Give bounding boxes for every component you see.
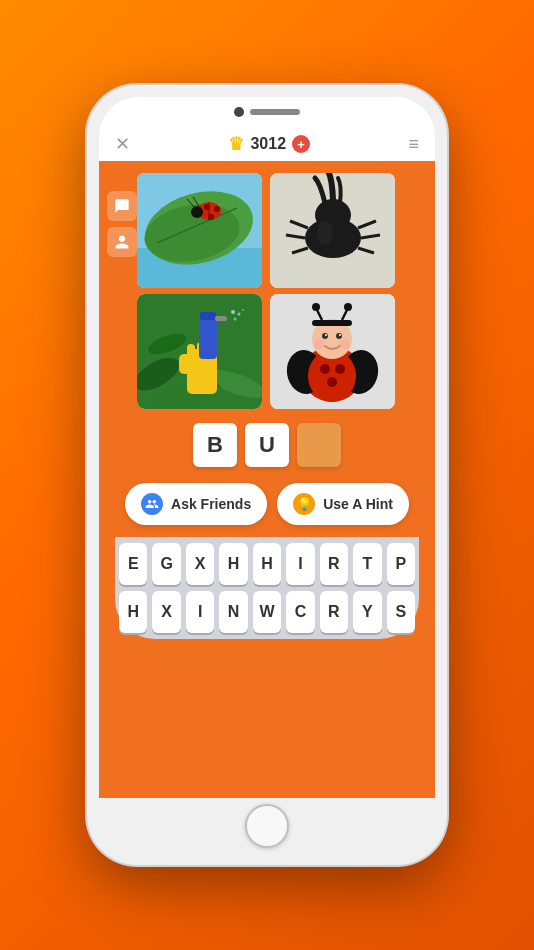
hint-icon: 💡 (293, 493, 315, 515)
svg-point-57 (344, 303, 352, 311)
camera (234, 107, 244, 117)
key-s-1[interactable]: S (387, 591, 415, 633)
phone-top-bar (99, 97, 435, 127)
crown-icon: ♛ (228, 133, 244, 155)
key-c-1[interactable]: C (286, 591, 314, 633)
keyboard: EGXHHIRTP HXINWCRYS (115, 537, 419, 639)
phone-frame: ✕ ♛ 3012 + ≡ (87, 85, 447, 865)
svg-rect-33 (199, 314, 217, 359)
key-r-0[interactable]: R (320, 543, 348, 585)
key-w-1[interactable]: W (253, 591, 281, 633)
key-e-0[interactable]: E (119, 543, 147, 585)
close-button[interactable]: ✕ (115, 133, 130, 155)
user-button[interactable] (107, 227, 137, 257)
svg-point-8 (214, 206, 220, 212)
key-g-0[interactable]: G (152, 543, 180, 585)
use-hint-button[interactable]: 💡 Use A Hint (277, 483, 409, 525)
svg-rect-35 (215, 316, 227, 321)
phone-bottom (99, 798, 435, 853)
image-spray (137, 294, 262, 409)
svg-point-55 (312, 303, 320, 311)
key-y-1[interactable]: Y (353, 591, 381, 633)
score-value: 3012 (250, 135, 286, 153)
key-i-1[interactable]: I (186, 591, 214, 633)
svg-point-50 (336, 333, 342, 339)
ask-friends-label: Ask Friends (171, 496, 251, 512)
key-r-1[interactable]: R (320, 591, 348, 633)
svg-point-52 (339, 334, 341, 336)
score-display: ♛ 3012 + (228, 133, 310, 155)
ask-friends-button[interactable]: Ask Friends (125, 483, 267, 525)
svg-point-6 (191, 206, 203, 218)
answer-letter-3 (297, 423, 341, 467)
keyboard-row-2: HXINWCRYS (119, 591, 415, 633)
keyboard-row-1: EGXHHIRTP (119, 543, 415, 585)
images-grid (137, 173, 397, 409)
key-t-0[interactable]: T (353, 543, 381, 585)
svg-rect-30 (187, 344, 195, 359)
answer-letter-2: U (245, 423, 289, 467)
key-i-0[interactable]: I (286, 543, 314, 585)
svg-point-39 (242, 309, 244, 311)
answer-row: B U (193, 423, 341, 467)
key-x-1[interactable]: X (152, 591, 180, 633)
ask-friends-icon (141, 493, 163, 515)
svg-point-36 (231, 310, 235, 314)
svg-point-49 (322, 333, 328, 339)
key-p-0[interactable]: P (387, 543, 415, 585)
key-h-0[interactable]: H (219, 543, 247, 585)
app-header: ✕ ♛ 3012 + ≡ (99, 127, 435, 161)
action-buttons: Ask Friends 💡 Use A Hint (115, 483, 419, 525)
game-area: B U Ask Friends 💡 (99, 161, 435, 798)
phone-screen: ✕ ♛ 3012 + ≡ (99, 97, 435, 853)
image-ladybug-leaf (137, 173, 262, 288)
answer-letter-1: B (193, 423, 237, 467)
svg-point-45 (320, 364, 330, 374)
svg-point-51 (325, 334, 327, 336)
add-coins-button[interactable]: + (292, 135, 310, 153)
key-h-1[interactable]: H (119, 591, 147, 633)
image-baby-costume (270, 294, 395, 409)
use-hint-label: Use A Hint (323, 496, 393, 512)
chat-button[interactable] (107, 191, 137, 221)
svg-point-47 (327, 377, 337, 387)
key-h-0[interactable]: H (253, 543, 281, 585)
svg-point-22 (317, 221, 333, 245)
svg-point-59 (340, 339, 350, 349)
key-n-1[interactable]: N (219, 591, 247, 633)
svg-rect-34 (200, 312, 216, 320)
svg-rect-53 (312, 320, 352, 326)
home-button[interactable] (245, 804, 289, 848)
image-beetle (270, 173, 395, 288)
speaker (250, 109, 300, 115)
key-x-0[interactable]: X (186, 543, 214, 585)
svg-point-58 (314, 339, 324, 349)
svg-point-37 (238, 313, 241, 316)
svg-point-46 (335, 364, 345, 374)
side-buttons (107, 191, 137, 257)
svg-point-38 (234, 318, 237, 321)
menu-button[interactable]: ≡ (408, 134, 419, 155)
